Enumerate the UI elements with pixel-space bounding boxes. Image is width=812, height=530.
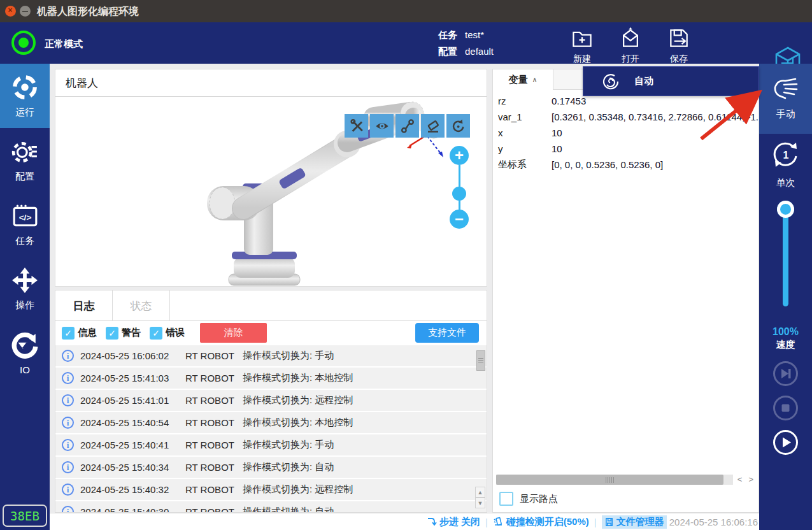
task-code-icon: </> [11, 203, 38, 232]
step-next-button[interactable] [773, 361, 798, 386]
file-manager-button[interactable]: 文件管理器 [602, 515, 667, 529]
sidebar-item-operate[interactable]: 操作 [0, 257, 50, 321]
single-run-button[interactable]: 1 单次 [759, 139, 812, 189]
tools-icon[interactable] [345, 114, 368, 138]
eye-icon[interactable] [370, 114, 394, 138]
new-button[interactable]: 新建 [558, 24, 606, 63]
status-timestamp: 2024-05-25 16:06:16 [669, 517, 758, 527]
speed-slider-handle[interactable] [777, 201, 794, 218]
log-scrollbar-thumb[interactable] [476, 350, 485, 371]
single-cycle-icon: 1 [770, 139, 802, 173]
rotate-view-icon[interactable] [446, 114, 470, 138]
header-actions: 新建 打开 保存 [558, 24, 703, 63]
play-icon [775, 432, 796, 453]
window-title: 机器人图形化编程环境 [37, 0, 139, 22]
view-zoom-control: + − [450, 146, 469, 229]
variable-name: var_1 [493, 111, 552, 122]
zoom-slider-handle[interactable] [452, 187, 466, 201]
scroll-up-icon[interactable]: ▲ [475, 487, 485, 498]
robot-3d-view[interactable]: + − [55, 97, 487, 286]
variables-table: rz 0.17453 var_1 [0.3261, 0.35348, 0.734… [493, 93, 759, 173]
collision-icon [493, 517, 504, 527]
open-button[interactable]: 打开 [606, 24, 655, 63]
svg-text:</>: </> [19, 212, 32, 222]
stop-button[interactable] [773, 396, 798, 420]
log-source: RT ROBOT [185, 506, 243, 512]
variable-row[interactable]: var_1 [0.3261, 0.35348, 0.73416, 2.72866… [493, 109, 759, 125]
variable-row[interactable]: x 10 [493, 125, 759, 141]
mode-dropdown-item-auto[interactable]: 自动 [583, 66, 759, 96]
log-message: 操作模式切换为: 自动 [243, 506, 487, 512]
tab-log[interactable]: 日志 [55, 290, 113, 321]
sidebar-item-config[interactable]: 配置 [0, 128, 50, 192]
filter-warning-checkbox[interactable] [106, 327, 118, 340]
sidebar-item-run[interactable]: 运行 [0, 64, 50, 128]
sidebar-item-io[interactable]: IO [0, 321, 50, 385]
variable-row[interactable]: y 10 [493, 141, 759, 157]
variable-row[interactable]: 坐标系 [0, 0, 0, 0.5236, 0.5236, 0] [493, 157, 759, 173]
sidebar-item-task[interactable]: </> 任务 [0, 192, 50, 257]
collision-detect-status[interactable]: 碰撞检测开启(50%) [493, 516, 589, 528]
filter-info-checkbox[interactable] [62, 327, 75, 340]
scroll-down-icon[interactable]: ▼ [475, 498, 485, 508]
sidebar-item-label: 任务 [15, 235, 34, 247]
show-waypoints-label: 显示路点 [520, 493, 558, 505]
step-next-icon [775, 363, 796, 384]
minimize-icon[interactable] [20, 6, 31, 17]
tab-status[interactable]: 状态 [113, 290, 170, 321]
log-source: RT ROBOT [185, 484, 243, 495]
log-message: 操作模式切换为: 手动 [243, 439, 487, 451]
zoom-in-button[interactable]: + [450, 146, 469, 165]
step-mode-status[interactable]: 步进 关闭 [427, 516, 480, 528]
sidebar-item-label: IO [20, 364, 30, 375]
tab-variables[interactable]: 变量 ∧ [493, 69, 553, 90]
play-button[interactable] [773, 430, 798, 455]
support-file-button[interactable]: 支持文件 [415, 323, 479, 343]
save-button[interactable]: 保存 [655, 24, 703, 63]
chevron-left-icon[interactable]: < [737, 475, 743, 484]
log-time: 2024-05-25 15:40:32 [80, 484, 185, 495]
variables-tab-label: 变量 [508, 74, 527, 86]
title-bar: 机器人图形化编程环境 [0, 0, 812, 22]
variables-hscrollbar[interactable] [496, 475, 733, 485]
log-row[interactable]: i 2024-05-25 15:40:34 RT ROBOT 操作模式切换为: … [55, 457, 487, 478]
manual-mode-button[interactable]: 手动 [759, 64, 812, 134]
zoom-out-button[interactable]: − [450, 210, 469, 229]
variable-value: 10 [552, 127, 759, 138]
stop-icon [775, 398, 796, 419]
speed-slider-track[interactable] [783, 210, 788, 306]
info-icon: i [62, 506, 74, 512]
header-bar: 正常模式 任务test* 配置default 新建 打开 保存 [0, 22, 812, 64]
log-row[interactable]: i 2024-05-25 15:40:41 RT ROBOT 操作模式切换为: … [55, 434, 487, 455]
show-waypoints-checkbox[interactable] [499, 492, 513, 506]
eraser-icon[interactable] [421, 114, 445, 138]
path-icon[interactable] [395, 114, 419, 138]
status-separator: | [485, 517, 488, 527]
log-row[interactable]: i 2024-05-25 15:40:32 RT ROBOT 操作模式切换为: … [55, 479, 487, 500]
chevron-up-icon: ∧ [532, 76, 537, 84]
variable-name: rz [493, 96, 552, 106]
log-message: 操作模式切换为: 本地控制 [243, 417, 487, 429]
auto-mode-label: 自动 [634, 75, 653, 87]
close-icon[interactable] [5, 6, 16, 17]
chevron-right-icon[interactable]: > [748, 475, 753, 484]
clear-log-button[interactable]: 清除 [200, 323, 267, 343]
hscrollbar-thumb[interactable] [496, 475, 723, 485]
new-folder-icon [570, 41, 594, 52]
log-time: 2024-05-25 15:41:03 [80, 373, 185, 383]
log-row[interactable]: i 2024-05-25 15:41:01 RT ROBOT 操作模式切换为: … [55, 390, 487, 411]
log-row[interactable]: i 2024-05-25 15:40:30 RT ROBOT 操作模式切换为: … [55, 501, 487, 512]
move-arrows-icon [11, 267, 38, 296]
filter-error-checkbox[interactable] [150, 327, 162, 340]
sidebar-item-label: 配置 [15, 171, 34, 183]
log-source: RT ROBOT [185, 395, 243, 406]
log-list: i 2024-05-25 16:06:02 RT ROBOT 操作模式切换为: … [55, 345, 487, 512]
hscroll-buttons: < > [737, 475, 753, 484]
log-row[interactable]: i 2024-05-25 16:06:02 RT ROBOT 操作模式切换为: … [55, 345, 487, 366]
log-source: RT ROBOT [185, 440, 243, 450]
log-message: 操作模式切换为: 手动 [243, 350, 487, 362]
right-sidebar: 手动 1 单次 100% 速度 [759, 64, 812, 530]
log-row[interactable]: i 2024-05-25 15:40:54 RT ROBOT 操作模式切换为: … [55, 412, 487, 433]
log-message: 操作模式切换为: 自动 [243, 461, 487, 473]
log-row[interactable]: i 2024-05-25 15:41:03 RT ROBOT 操作模式切换为: … [55, 368, 487, 389]
